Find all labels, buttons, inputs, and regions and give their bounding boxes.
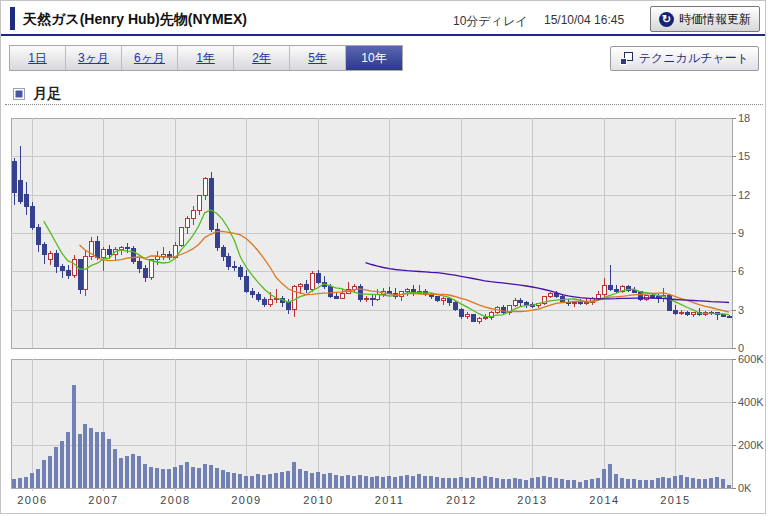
volume-bar: [548, 477, 552, 488]
candle: [209, 172, 213, 232]
volume-bar: [143, 464, 147, 488]
volume-bar: [661, 477, 665, 488]
delay-label: 10分ディレイ: [453, 13, 527, 30]
volume-bar: [453, 478, 457, 488]
candle: [626, 285, 630, 291]
volume-bar: [584, 480, 588, 488]
volume-bar: [507, 479, 511, 488]
chart-window-icon: [620, 52, 633, 65]
volume-bar: [441, 478, 445, 488]
volume-bar: [352, 476, 356, 488]
volume-bar: [697, 479, 701, 488]
volume-tick-label: 200K: [738, 439, 764, 451]
volume-bar: [364, 476, 368, 488]
section-separator: [5, 104, 763, 105]
volume-tick-label: 600K: [738, 353, 764, 365]
volume-tick-label: 0K: [738, 482, 752, 494]
candle: [453, 301, 457, 311]
year-label: 2014: [589, 494, 619, 506]
volume-bar: [405, 475, 409, 488]
volume-bar: [465, 478, 469, 488]
year-label: 2006: [17, 494, 47, 506]
tab-10年[interactable]: 10年: [346, 46, 402, 70]
candle: [471, 314, 475, 322]
volume-bar: [322, 474, 326, 488]
volume-bar: [530, 478, 534, 488]
price-tick-label: 18: [738, 112, 750, 124]
volume-bar: [268, 474, 272, 488]
volume-bar: [381, 477, 385, 488]
volume-bar: [95, 432, 99, 488]
volume-bar: [238, 474, 242, 488]
volume-bar: [411, 476, 415, 488]
page: 天然ガス(Henry Hub)先物(NYMEX) 10分ディレイ 15/10/0…: [0, 0, 766, 514]
volume-bar: [614, 474, 618, 488]
volume-bar: [560, 479, 564, 488]
year-label: 2013: [517, 494, 547, 506]
volume-bar: [286, 471, 290, 488]
tab-6ヶ月[interactable]: 6ヶ月: [122, 46, 178, 70]
volume-bar: [197, 468, 201, 488]
volume-bar: [370, 477, 374, 488]
header-divider: [1, 34, 766, 36]
volume-bar: [328, 473, 332, 488]
volume-bar: [30, 473, 34, 488]
volume-bar: [578, 482, 582, 488]
refresh-button[interactable]: ↻ 時価情報更新: [650, 6, 760, 32]
volume-bar: [721, 479, 725, 488]
volume-bar: [679, 475, 683, 488]
volume-bar: [72, 385, 76, 488]
volume-bar: [119, 458, 123, 488]
tab-3ヶ月[interactable]: 3ヶ月: [66, 46, 122, 70]
year-label: 2009: [231, 494, 261, 506]
candle: [83, 251, 87, 296]
tab-1日[interactable]: 1日: [10, 46, 66, 70]
volume-bar: [709, 478, 713, 488]
volume-bar: [423, 476, 427, 488]
volume-bar: [173, 467, 177, 489]
candle: [149, 259, 153, 281]
volume-bar: [155, 468, 159, 488]
year-label: 2012: [446, 494, 476, 506]
title-accent-bar: [10, 7, 15, 30]
volume-bar: [107, 439, 111, 488]
volume-bar: [167, 469, 171, 488]
volume-bar: [447, 478, 451, 488]
volume-bar: [137, 456, 141, 488]
volume-bar: [459, 477, 463, 488]
tab-1年[interactable]: 1年: [178, 46, 234, 70]
volume-bar: [667, 478, 671, 488]
volume-bar: [524, 480, 528, 488]
volume-bar: [638, 480, 642, 488]
volume-bar: [656, 478, 660, 488]
volume-bar: [340, 476, 344, 488]
volume-bar: [125, 456, 129, 488]
technical-chart-button[interactable]: テクニカルチャート: [610, 46, 759, 71]
volume-bar: [209, 465, 213, 488]
technical-chart-button-label: テクニカルチャート: [639, 50, 749, 67]
volume-bar: [429, 476, 433, 488]
volume-bar: [626, 479, 630, 488]
candle: [131, 246, 135, 264]
volume-bar: [375, 476, 379, 488]
volume-bar: [256, 474, 260, 488]
volume-bar: [703, 479, 707, 488]
section-header: 月足: [13, 85, 61, 103]
tab-2年[interactable]: 2年: [234, 46, 290, 70]
volume-bar: [232, 473, 236, 488]
page-title: 天然ガス(Henry Hub)先物(NYMEX): [23, 11, 247, 29]
volume-bar: [78, 434, 82, 488]
volume-bar: [226, 472, 230, 488]
volume-bar: [554, 478, 558, 488]
volume-bar: [304, 471, 308, 488]
volume-bar: [185, 462, 189, 488]
year-label: 2007: [88, 494, 118, 506]
price-tick-label: 15: [738, 150, 750, 162]
refresh-icon: ↻: [659, 12, 674, 27]
tab-5年[interactable]: 5年: [290, 46, 346, 70]
volume-bar: [399, 476, 403, 488]
period-tabs: 1日3ヶ月6ヶ月1年2年5年10年: [9, 45, 403, 71]
year-label: 2015: [660, 494, 690, 506]
candle: [78, 259, 82, 295]
volume-bar: [346, 475, 350, 488]
